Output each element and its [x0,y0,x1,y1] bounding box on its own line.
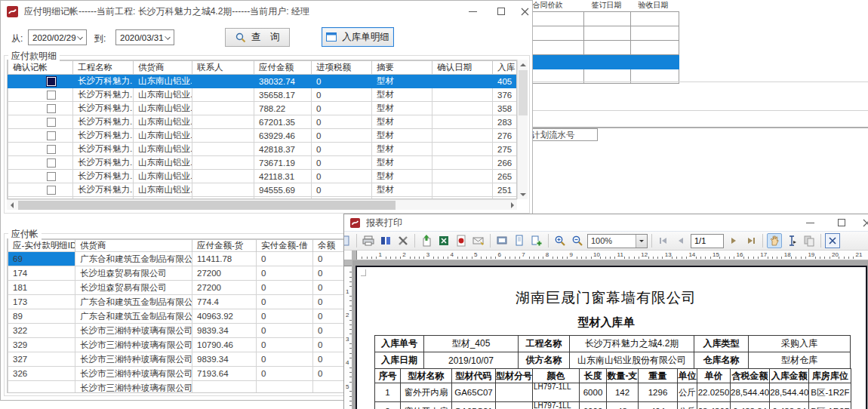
minimize-button[interactable] [797,214,823,231]
payable-account-row[interactable]: 174长沙坦森贸易有限公司2720000 [8,266,371,281]
confirm-checkbox[interactable] [47,186,56,195]
payable-detail-row[interactable]: 长沙万科魅力...山东南山铝业...42118.310型材265 [8,170,518,183]
close-button[interactable] [516,1,534,22]
single-page-icon[interactable] [512,233,527,248]
print-setup-icon[interactable] [494,233,509,248]
scroll-down-button[interactable] [518,189,528,199]
background-table-row[interactable] [525,41,679,55]
minimize-button[interactable] [460,1,485,22]
payable-detail-grid: 确认记帐工程名称供货商联系人应付金额进项税额摘要确认日期入库 长沙万科魅力...… [7,60,517,199]
ruler-tick [614,257,615,259]
payable-account-row[interactable]: 69广东合和建筑五金制品有限公司11411.7800 [8,252,371,266]
export-excel-icon[interactable] [436,233,451,248]
payable-account-row[interactable]: 327长沙市三湘特种玻璃有限公司9839.3400 [8,352,371,367]
column-header[interactable]: 摘要 [372,61,432,75]
column-header[interactable]: 确认记帐 [8,61,73,75]
summary-cell: 型材 [372,129,432,143]
scroll-up-button[interactable] [518,60,528,69]
payable-detail-row[interactable]: 长沙万科魅力...山东南山铝业...788.220型材358 [8,102,518,115]
confirm-checkbox[interactable] [47,77,56,86]
export-pdf-icon[interactable] [454,233,469,248]
confirm-checkbox[interactable] [47,158,56,168]
email-icon[interactable] [471,233,486,248]
column-header[interactable]: 签订日期 [584,0,631,12]
multi-page-icon[interactable] [529,233,544,248]
payable-detail-row[interactable]: 长沙万科魅力...山东南山铝业...73671.190型材266 [8,156,518,170]
confirm-checkbox[interactable] [47,131,56,140]
page-setup-icon[interactable] [378,233,393,248]
from-date-combo[interactable]: 2020/02/29 [28,29,87,45]
horizontal-scrollbar[interactable] [7,199,517,210]
print-icon[interactable] [361,233,376,248]
payable-account-row[interactable]: 322长沙市三湘特种玻璃有限公司9839.3400 [8,324,371,338]
copy-icon[interactable] [802,233,817,248]
payable-detail-row[interactable]: 长沙万科魅力...山东南山铝业...94555.690型材251 [8,183,518,197]
document-icon[interactable] [344,233,352,248]
report-cell: B区-1R2F [809,383,851,402]
ruler-tick [610,257,611,259]
confirm-checkbox[interactable] [47,91,56,100]
payable-account-row[interactable]: 173广东合和建筑五金制品有限公司774.400 [8,295,371,309]
background-table-row[interactable] [525,12,679,26]
close-preview-icon[interactable] [825,233,840,248]
scroll-left-button[interactable] [7,200,17,211]
zoom-out-icon[interactable] [570,233,585,248]
prev-page-icon[interactable] [673,233,688,248]
page-nav-input[interactable] [691,234,724,248]
confirm-checkbox[interactable] [47,118,56,127]
payable-detail-row[interactable]: 长沙万科魅力...山东南山铝业...63929.460型材276 [8,129,518,143]
zoom-in-icon[interactable] [553,233,568,248]
column-header[interactable]: 入库 [493,61,518,75]
report-window-titlebar[interactable]: 报表打印 [344,214,868,231]
ruler-number: 4 [346,359,349,366]
column-header[interactable]: 应-实付款明细ID [8,240,75,252]
inbound-detail-button[interactable]: 入库单明细 [322,27,394,47]
next-page-icon[interactable] [726,233,741,248]
hand-tool-icon[interactable] [767,233,782,248]
zoom-level-combo[interactable]: 100% [587,234,648,248]
confirm-checkbox[interactable] [47,172,56,181]
column-header[interactable]: 工程名称 [73,61,134,75]
payable-detail-row[interactable]: 长沙万科魅力...山东南山铝业...67201.350型材283 [8,115,518,129]
background-table-row[interactable] [525,55,679,69]
vertical-scrollbar[interactable] [517,60,528,199]
confirm-checkbox[interactable] [47,104,56,113]
payable-account-row[interactable]: 326长沙市三湘特种玻璃有限公司7193.6400 [8,367,371,381]
column-header[interactable]: 合同价款 [525,0,584,12]
payable-detail-row[interactable]: 长沙万科魅力...山东南山铝业...38032.740型材405 [8,75,518,88]
scrollbar-thumb[interactable] [18,201,396,210]
column-header[interactable]: 联系人 [192,61,254,75]
payable-detail-row[interactable]: 长沙万科魅力...山东南山铝业...42818.370型材275 [8,143,518,156]
payable-account-row[interactable]: 329长沙市三湘特种玻璃有限公司10790.4600 [8,338,371,352]
export-icon[interactable] [419,233,434,248]
maximize-button[interactable] [488,1,514,22]
amount-cell: 94555.69 [254,183,312,197]
text-select-tool-icon[interactable] [784,233,799,248]
column-header[interactable]: 应付金额 [254,61,312,75]
inbound-no-cell: 275 [493,143,518,156]
close-button[interactable] [860,214,868,231]
column-header[interactable]: 确认日期 [432,61,493,75]
last-page-icon[interactable] [743,233,759,248]
column-header[interactable]: 进项税额 [312,61,372,75]
payable-account-row[interactable]: 89广东合和建筑五金制品有限公司40963.9200 [8,309,371,324]
payable-account-row[interactable]: 181长沙坦森贸易有限公司2720000 [8,281,371,295]
column-header[interactable]: 应付金额-货 [192,240,257,252]
maximize-button[interactable] [829,214,854,231]
column-header[interactable]: 验收日期 [631,0,679,12]
options-icon[interactable] [396,233,411,248]
column-header[interactable]: 供货商 [134,61,192,75]
scroll-right-button[interactable] [507,200,517,211]
background-table-row[interactable] [525,26,679,41]
column-header[interactable]: 供货商 [75,240,192,252]
column-header[interactable]: 实付金额-借 [257,240,313,252]
window1-titlebar[interactable]: 应付明细记帐------当前工程: 长沙万科魅力之城4.2期------当前用户… [1,1,532,22]
confirm-checkbox[interactable] [47,145,56,154]
first-page-icon[interactable] [656,233,671,248]
payable-account-row[interactable]: 长沙市三湘特种玻璃有限公司 [8,381,371,394]
query-button[interactable]: 查 询 [225,28,290,47]
scrollbar-thumb[interactable] [519,70,528,115]
ruler-tick [844,257,845,259]
to-date-combo[interactable]: 2020/03/31 [115,29,174,45]
payable-detail-row[interactable]: 长沙万科魅力...山东南山铝业...35658.170型材376 [8,88,518,102]
